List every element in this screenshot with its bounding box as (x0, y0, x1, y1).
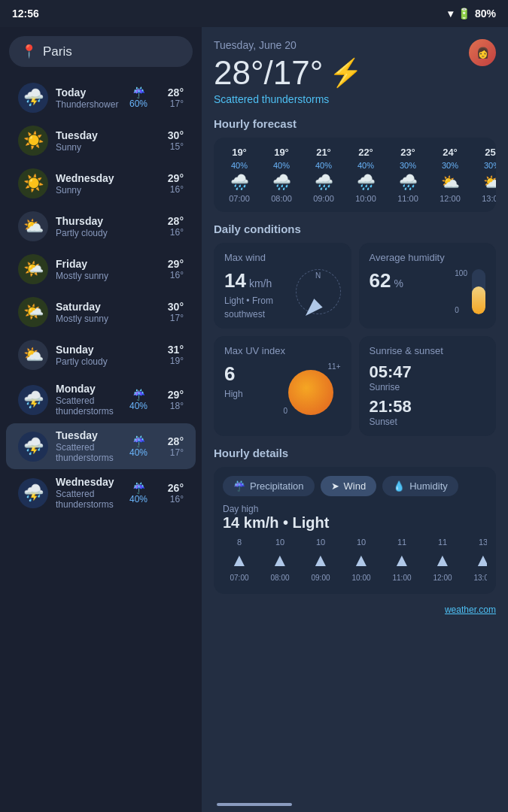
temp-high: 30° (168, 129, 184, 141)
hour-pct: 40% (357, 161, 374, 170)
hour-item: 21° 40% 🌧️ 09:00 (304, 147, 343, 203)
detail-tab[interactable]: ➤Wind (321, 476, 377, 496)
location-icon: 📍 (21, 44, 37, 59)
temp-low: 17° (170, 98, 184, 109)
wind-arrows-row: 8 ▲ 07:00 10 ▲ 08:00 10 ▲ 09:00 10 ▲ 10:… (223, 538, 487, 585)
avatar[interactable]: 👩 (469, 39, 496, 66)
uv-min-label: 0 (284, 407, 288, 415)
day-temps: 26° 16° (160, 482, 184, 504)
detail-tabs: ☔Precipitation➤Wind💧Humidity (223, 476, 487, 496)
wind-card: Max wind 14 km/h Light • From southwest … (214, 243, 351, 329)
day-info: Thursday Partly cloudy (56, 215, 132, 238)
day-name: Saturday (56, 301, 132, 313)
uv-max-label: 11+ (328, 362, 341, 371)
wind-arrow-icon: ▲ (474, 550, 487, 571)
hour-temp: 19° (274, 147, 289, 158)
day-desc: Scattered thunderstorms (56, 489, 125, 510)
hour-time: 11:00 (397, 194, 418, 203)
main-layout: 📍 Paris ⛈️ Today Thundershower ☔ 60% 28°… (0, 27, 508, 812)
wind-speed-top: 13 (479, 538, 487, 547)
wind-speed-top: 11 (438, 538, 447, 547)
wind-arrow-icon: ▲ (352, 550, 370, 571)
day-icon: ⛅ (18, 211, 48, 241)
day-temps: 28° 16° (160, 215, 184, 238)
wind-hour-time: 08:00 (270, 574, 289, 582)
humidity-value: 62 (370, 269, 391, 292)
compass: N (296, 269, 341, 314)
hour-temp: 23° (400, 147, 415, 158)
hour-temp: 22° (358, 147, 373, 158)
sunrise-card: Sunrise & sunset 05:47 Sunrise 21:58 Sun… (359, 336, 497, 436)
status-right: ▾ 🔋 80% (448, 8, 496, 20)
day-desc: Scattered thunderstorms (56, 395, 125, 417)
wind-hour-item: 10 ▲ 10:00 (345, 538, 378, 582)
weather-credit[interactable]: weather.com (214, 604, 496, 615)
day-item[interactable]: ⛈️ Monday Scattered thunderstorms ☔ 40% … (6, 377, 196, 423)
precip-icon: ☔ (132, 86, 145, 98)
sunrise-inner: 05:47 Sunrise 21:58 Sunset (370, 362, 486, 427)
conditions-grid: Max wind 14 km/h Light • From southwest … (214, 243, 496, 436)
sunset-row: 21:58 Sunset (370, 397, 486, 427)
hour-item: 22° 40% 🌧️ 10:00 (346, 147, 385, 203)
day-name: Friday (56, 258, 132, 270)
humidity-max-label: 100 (455, 269, 467, 277)
compass-n-label: N (315, 271, 321, 280)
weather-main-icon: ⚡ (329, 57, 363, 89)
date-label: Tuesday, June 20 (214, 39, 363, 51)
day-precip: ☔ 40% (125, 435, 152, 458)
day-name: Wednesday (56, 476, 125, 488)
day-precip: ☔ 60% (125, 86, 152, 109)
day-icon: ⛈️ (18, 83, 48, 113)
temp-low: 16° (170, 184, 184, 195)
tab-label: Wind (344, 480, 367, 492)
left-panel: 📍 Paris ⛈️ Today Thundershower ☔ 60% 28°… (0, 27, 202, 812)
hour-pct: 40% (315, 161, 332, 170)
hourly-details-title: Hourly details (214, 447, 496, 459)
temp-low: 16° (170, 227, 184, 238)
uv-label: Max UV index (224, 345, 341, 356)
precip-pct: 40% (129, 494, 148, 504)
right-panel[interactable]: Tuesday, June 20 28°/17° ⚡ Scattered thu… (202, 27, 508, 812)
wind-hour-item: 11 ▲ 11:00 (385, 538, 418, 582)
temp-low: 17° (170, 447, 184, 458)
location-label: Paris (43, 44, 72, 59)
uv-value: 6 (224, 362, 235, 386)
day-item[interactable]: ☀️ Tuesday Sunny 30° 15° (6, 120, 196, 162)
hour-icon: ⛅ (483, 173, 497, 191)
day-item[interactable]: 🌤️ Friday Mostly sunny 29° 16° (6, 248, 196, 290)
hour-item: 19° 40% 🌧️ 08:00 (262, 147, 301, 203)
day-desc: Scattered thunderstorms (56, 442, 125, 463)
day-name: Thursday (56, 215, 132, 227)
hour-pct: 30% (442, 161, 458, 170)
precip-icon: ☔ (132, 389, 145, 401)
day-item[interactable]: ⛈️ Today Thundershower ☔ 60% 28° 17° (6, 77, 196, 119)
detail-tab[interactable]: 💧Humidity (382, 476, 458, 496)
humidity-bar-labels: 100 0 (455, 269, 467, 314)
day-item[interactable]: ☀️ Wednesday Sunny 29° 16° (6, 162, 196, 205)
detail-tab[interactable]: ☔Precipitation (223, 476, 315, 496)
hour-time: 10:00 (355, 194, 376, 203)
sunrise-label: Sunrise & sunset (370, 345, 486, 356)
day-name: Tuesday (56, 129, 132, 141)
hour-temp: 19° (232, 147, 247, 158)
day-info: Saturday Mostly sunny (56, 301, 132, 324)
day-item[interactable]: ⛅ Thursday Partly cloudy 28° 16° (6, 205, 196, 247)
day-icon: ⛈️ (18, 385, 48, 415)
day-temps: 29° 18° (160, 389, 184, 411)
day-item[interactable]: ⛈️ Wednesday Scattered thunderstorms ☔ 4… (6, 470, 196, 516)
day-item[interactable]: ⛅ Sunday Partly cloudy 31° 19° (6, 334, 196, 376)
humidity-label: Average humidity (370, 252, 486, 263)
hour-pct: 40% (231, 161, 248, 170)
day-info: Wednesday Scattered thunderstorms (56, 476, 125, 510)
wind-hour-item: 8 ▲ 07:00 (223, 538, 256, 582)
day-item[interactable]: 🌤️ Saturday Mostly sunny 30° 17° (6, 291, 196, 333)
day-item[interactable]: ⛈️ Tuesday Scattered thunderstorms ☔ 40%… (6, 423, 196, 469)
temp-low: 17° (170, 313, 184, 323)
wind-hour-item: 13 ▲ 13:00 (467, 538, 487, 582)
battery-pct: 80% (475, 8, 496, 20)
temp-high: 29° (168, 172, 184, 184)
day-icon: ⛈️ (18, 478, 48, 508)
day-name: Tuesday (56, 429, 125, 441)
hour-icon: ⛅ (441, 173, 460, 191)
search-bar[interactable]: 📍 Paris (9, 36, 193, 67)
